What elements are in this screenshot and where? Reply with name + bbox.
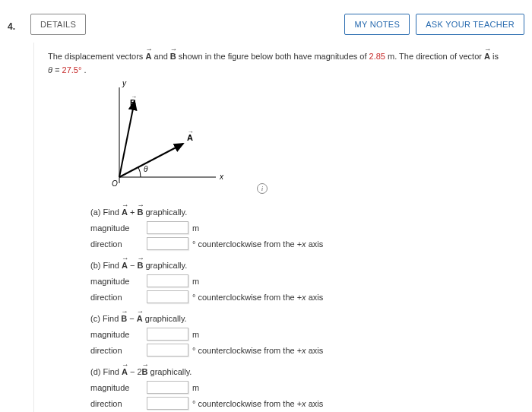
question-body: The displacement vectors A and B shown i…: [33, 43, 524, 412]
theta-value: 27.5°: [62, 65, 82, 74]
figure-vec-b: B →: [130, 93, 138, 107]
svg-line-3: [119, 144, 183, 177]
unit-deg: ° counterclockwise from the +x axis: [192, 346, 323, 355]
unit-m: m: [192, 277, 199, 286]
part-a: (a) Find A + B graphically.magnitudemdir…: [90, 208, 524, 250]
unit-deg: ° counterclockwise from the +x axis: [192, 239, 323, 249]
figure-vec-a: A →: [187, 128, 195, 142]
svg-line-4: [119, 101, 135, 177]
magnitude-label: magnitude: [90, 383, 147, 392]
vector-a: A: [484, 50, 490, 64]
part-label: (b) Find A − B graphically.: [90, 261, 524, 270]
ask-teacher-button[interactable]: ASK YOUR TEACHER: [416, 14, 524, 35]
direction-row: direction° counterclockwise from the +x …: [90, 344, 524, 357]
direction-label: direction: [90, 346, 147, 355]
part-label: (a) Find A + B graphically.: [90, 208, 524, 217]
unit-m: m: [192, 383, 199, 392]
details-button[interactable]: DETAILS: [30, 14, 86, 35]
y-axis-label: y: [122, 80, 127, 87]
magnitude-input[interactable]: [147, 274, 188, 287]
theta-label: θ =: [48, 65, 62, 74]
direction-row: direction° counterclockwise from the +x …: [90, 237, 524, 250]
header-row: 4. DETAILS MY NOTES ASK YOUR TEACHER: [8, 14, 524, 35]
theta-figure-label: θ: [144, 165, 148, 173]
figure-svg: y x O θ A → B →: [90, 80, 250, 194]
part-c: (c) Find B − A graphically.magnitudemdir…: [90, 314, 524, 357]
magnitude-label: magnitude: [90, 330, 147, 339]
magnitude-input[interactable]: [147, 381, 188, 394]
direction-label: direction: [90, 293, 147, 302]
direction-row: direction° counterclockwise from the +x …: [90, 290, 524, 303]
part-b: (b) Find A − B graphically.magnitudemdir…: [90, 261, 524, 303]
question-container: 4. DETAILS MY NOTES ASK YOUR TEACHER The…: [8, 14, 524, 412]
unit-deg: ° counterclockwise from the +x axis: [192, 399, 323, 408]
right-buttons: MY NOTES ASK YOUR TEACHER: [344, 14, 524, 35]
vector-b: B: [170, 50, 176, 64]
unit-deg: ° counterclockwise from the +x axis: [192, 293, 323, 302]
vector-figure: y x O θ A → B → i: [90, 80, 524, 197]
direction-row: direction° counterclockwise from the +x …: [90, 397, 524, 410]
magnitude-row: magnitudem: [90, 221, 524, 234]
magnitude-label: magnitude: [90, 277, 147, 286]
info-icon[interactable]: i: [257, 183, 268, 194]
direction-input[interactable]: [147, 290, 188, 303]
my-notes-button[interactable]: MY NOTES: [344, 14, 410, 35]
direction-input[interactable]: [147, 397, 188, 410]
problem-statement: The displacement vectors A and B shown i…: [48, 50, 524, 77]
magnitude-input[interactable]: [147, 328, 188, 341]
direction-input[interactable]: [147, 237, 188, 250]
direction-label: direction: [90, 239, 147, 249]
origin-label: O: [112, 179, 118, 188]
unit-m: m: [192, 223, 199, 233]
magnitude-label: magnitude: [90, 223, 147, 233]
part-label: (d) Find A − 2B graphically.: [90, 367, 524, 376]
text: .: [84, 65, 86, 74]
magnitude-input[interactable]: [147, 221, 188, 234]
text: The displacement vectors: [48, 52, 145, 61]
magnitude-row: magnitudem: [90, 381, 524, 394]
text: m. The direction of vector: [388, 52, 484, 61]
magnitude-row: magnitudem: [90, 274, 524, 287]
part-d: (d) Find A − 2B graphically.magnitudemdi…: [90, 367, 524, 410]
text: is: [492, 52, 499, 61]
direction-input[interactable]: [147, 344, 188, 357]
unit-m: m: [192, 330, 199, 339]
x-axis-label: x: [219, 173, 224, 181]
magnitude-row: magnitudem: [90, 328, 524, 341]
vector-a: A: [145, 50, 151, 64]
question-number: 4.: [8, 14, 30, 32]
direction-label: direction: [90, 399, 147, 408]
text: and: [154, 52, 169, 61]
part-label: (c) Find B − A graphically.: [90, 314, 524, 323]
parts-list: (a) Find A + B graphically.magnitudemdir…: [90, 208, 524, 410]
text: shown in the figure below both have magn…: [179, 52, 369, 61]
magnitude-value: 2.85: [369, 52, 385, 61]
